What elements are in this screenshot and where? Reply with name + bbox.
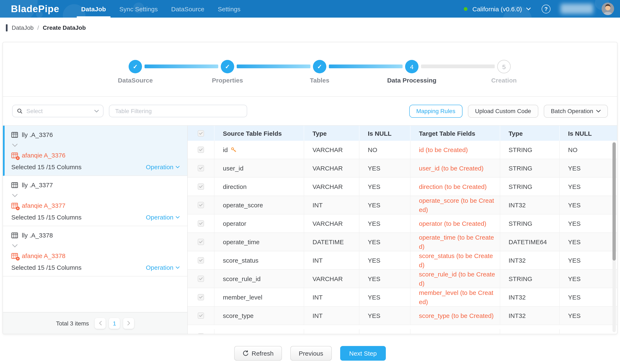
page-number-button[interactable]: 1 — [109, 318, 120, 329]
table-row-clipped — [188, 325, 617, 334]
source-null: NO — [359, 141, 411, 159]
main-menu: DataJob Sync Settings DataSource Setting… — [74, 0, 247, 18]
nav-item-datasource[interactable]: DataSource — [164, 0, 211, 18]
chevron-down-icon[interactable] — [12, 242, 180, 249]
nav-item-datajob[interactable]: DataJob — [74, 0, 112, 18]
target-null: YES — [560, 307, 617, 325]
source-table-name: lly .A_3376 — [22, 131, 53, 138]
row-checkbox[interactable] — [198, 220, 204, 227]
select-all-checkbox[interactable] — [198, 130, 204, 136]
source-type: INT — [304, 288, 359, 306]
step-label-creation: Creation — [466, 77, 542, 84]
row-checkbox[interactable] — [198, 202, 204, 208]
row-checkbox[interactable] — [198, 313, 204, 319]
table-icon — [11, 232, 18, 239]
operation-menu[interactable]: Operation — [146, 214, 180, 221]
header-target-type: Type — [500, 126, 560, 141]
table-scrollbar[interactable] — [612, 142, 616, 332]
check-icon: ✓ — [317, 63, 322, 70]
row-checkbox[interactable] — [198, 183, 204, 190]
target-table-icon: + — [11, 252, 18, 259]
chevron-down-icon[interactable] — [12, 191, 180, 199]
chevron-down-icon[interactable] — [12, 141, 180, 149]
wizard-actions: Refresh Previous Next Step — [0, 346, 620, 361]
target-null: YES — [560, 178, 617, 196]
target-type: INT32 — [500, 251, 560, 269]
source-null: YES — [359, 233, 411, 251]
help-icon[interactable]: ? — [542, 4, 550, 13]
refresh-button[interactable]: Refresh — [234, 346, 282, 361]
search-icon — [17, 108, 23, 114]
select-input[interactable] — [26, 107, 94, 115]
table-list-empty-space — [3, 276, 187, 312]
step-label-data-processing: Data Processing — [374, 77, 450, 84]
step-connector — [421, 64, 495, 68]
table-row: operator VARCHAR YES operator (to be Cre… — [188, 214, 617, 233]
step-circle-properties: ✓ — [221, 60, 234, 73]
step-label-tables: Tables — [282, 77, 357, 84]
target-type: DATETIME64 — [500, 233, 560, 251]
source-field-name: operator — [223, 219, 246, 228]
source-field-name: score_type — [223, 311, 254, 320]
row-checkbox[interactable] — [198, 147, 204, 153]
operation-label: Operation — [146, 163, 173, 170]
row-checkbox[interactable] — [198, 276, 204, 282]
batch-operation-button[interactable]: Batch Operation — [544, 105, 608, 118]
target-field-name: user_id (to be Created) — [411, 159, 500, 177]
table-filter-field[interactable] — [109, 105, 247, 117]
upload-custom-code-button[interactable]: Upload Custom Code — [468, 105, 538, 118]
table-list-item[interactable]: lly .A_3377 + afanqie A_3377 — [3, 176, 187, 226]
table-list-item[interactable]: lly .A_3378 + afanqie A_3378 — [3, 226, 187, 276]
target-type: STRING — [500, 214, 560, 232]
prev-page-button[interactable] — [95, 318, 106, 329]
row-checkbox[interactable] — [198, 294, 204, 300]
environment-label[interactable]: California (v0.6.0) — [472, 5, 522, 12]
operation-menu[interactable]: Operation — [146, 264, 180, 271]
source-type: VARCHAR — [304, 178, 359, 196]
nav-item-sync-settings[interactable]: Sync Settings — [113, 0, 164, 18]
target-type: STRING — [500, 141, 560, 159]
target-null: YES — [560, 159, 617, 177]
target-null: YES — [560, 196, 617, 214]
target-null: YES — [560, 214, 617, 232]
target-table-name: afanqie A_3376 — [22, 152, 65, 159]
source-field-name: score_rule_id — [223, 274, 261, 283]
source-table-name: lly .A_3378 — [22, 232, 53, 239]
step-circle-data-processing: 4 — [405, 60, 418, 73]
source-null: YES — [359, 307, 411, 325]
previous-button[interactable]: Previous — [290, 346, 332, 361]
target-field-name: score_type (to be Created) — [411, 307, 500, 325]
table-row: member_level INT YES member_level (to be… — [188, 288, 617, 307]
username-redacted — [560, 4, 593, 14]
source-field-name: operate_time — [223, 238, 260, 246]
chevron-down-icon — [175, 216, 180, 218]
row-checkbox[interactable] — [198, 333, 204, 334]
row-checkbox[interactable] — [198, 165, 204, 171]
breadcrumb-parent[interactable]: DataJob — [12, 24, 33, 31]
primary-key-icon — [231, 147, 236, 152]
source-type: INT — [304, 307, 359, 325]
chevron-down-icon — [94, 109, 99, 112]
source-field-name: id — [223, 145, 228, 154]
mapping-rules-button[interactable]: Mapping Rules — [409, 105, 463, 118]
table-list-item[interactable]: lly .A_3376 + afanqie A_3376 — [3, 126, 187, 176]
avatar-image — [602, 2, 614, 15]
target-field-name: operate_time (to be Created) — [411, 233, 500, 251]
header-target-fields: Target Table Fields — [411, 126, 500, 141]
batch-operation-label: Batch Operation — [551, 108, 593, 114]
table-filter-input[interactable] — [114, 107, 242, 115]
row-checkbox[interactable] — [198, 239, 204, 245]
target-type: STRING — [500, 178, 560, 196]
chevron-down-icon[interactable] — [526, 7, 531, 10]
avatar[interactable] — [602, 2, 614, 15]
scrollbar-thumb[interactable] — [612, 142, 616, 260]
next-step-button[interactable]: Next Step — [340, 346, 386, 361]
nav-item-settings[interactable]: Settings — [211, 0, 247, 18]
refresh-icon — [242, 350, 249, 356]
select-dropdown[interactable] — [12, 105, 104, 117]
next-page-button[interactable] — [123, 318, 134, 329]
row-checkbox[interactable] — [198, 257, 204, 263]
source-type: INT — [304, 251, 359, 269]
operation-menu[interactable]: Operation — [146, 163, 180, 170]
chevron-down-icon — [175, 166, 180, 168]
